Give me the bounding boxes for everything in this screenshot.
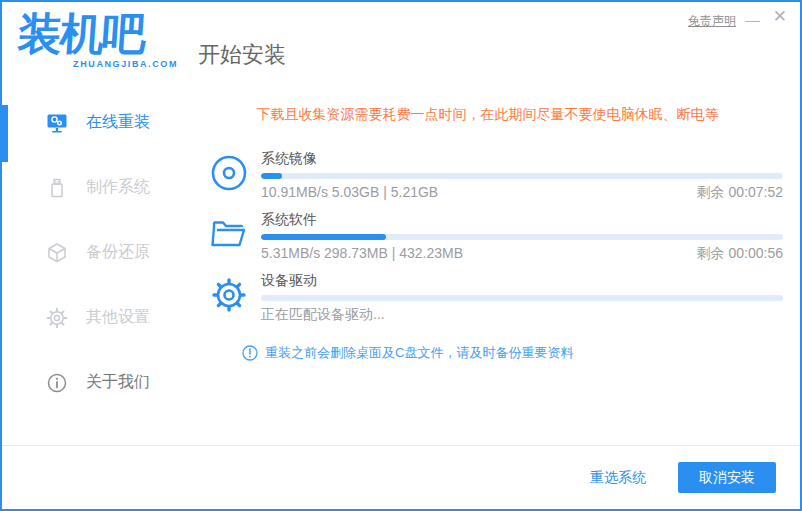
monitor-icon [46,112,68,134]
sidebar: 在线重装 制作系统 备份还原 [2,90,192,445]
page-title: 开始安装 [198,40,286,70]
backup-note-text: 重装之前会删除桌面及C盘文件，请及时备份重要资料 [265,344,573,362]
alert-circle-icon [242,345,258,361]
task-remaining: 剩余 00:00:56 [697,245,783,263]
disclaimer-link[interactable]: 免责声明 [688,13,736,30]
progress-bar [261,234,783,240]
sidebar-item-about-us[interactable]: 关于我们 [2,350,192,415]
close-button[interactable]: ✕ [773,8,787,25]
app-logo: 装机吧 ZHUANGJIBA.COM [18,10,178,69]
sidebar-item-make-system[interactable]: 制作系统 [2,155,192,220]
task-row-system-image: 系统镜像 10.91MB/s 5.03GB | 5.21GB 剩余 00:07:… [210,150,783,202]
task-detail: 正在匹配设备驱动... [261,306,385,324]
task-name: 系统软件 [261,211,783,229]
task-name: 系统镜像 [261,150,783,168]
driver-gear-icon [210,276,248,314]
reselect-system-link[interactable]: 重选系统 [590,469,646,487]
active-indicator [2,105,8,162]
sidebar-item-label: 其他设置 [86,307,150,328]
task-list: 系统镜像 10.91MB/s 5.03GB | 5.21GB 剩余 00:07:… [210,150,783,324]
disc-icon [210,154,248,192]
sidebar-item-label: 关于我们 [86,372,150,393]
progress-bar [261,173,783,179]
titlebar: 装机吧 ZHUANGJIBA.COM 开始安装 免责声明 — ✕ [2,2,800,90]
app-window: 装机吧 ZHUANGJIBA.COM 开始安装 免责声明 — ✕ 在线重装 [0,0,802,511]
task-name: 设备驱动 [261,272,783,290]
main-panel: 下载且收集资源需要耗费一点时间，在此期间尽量不要使电脑休眠、断电等 系统镜像 1… [192,90,783,445]
sidebar-item-backup-restore[interactable]: 备份还原 [2,220,192,285]
progress-fill [261,234,386,240]
task-remaining: 剩余 00:07:52 [697,184,783,202]
sidebar-item-other-settings[interactable]: 其他设置 [2,285,192,350]
cancel-install-button[interactable]: 取消安装 [678,462,776,493]
task-row-device-driver: 设备驱动 正在匹配设备驱动... [210,272,783,324]
task-detail: 5.31MB/s 298.73MB | 432.23MB [261,245,463,263]
logo-text: 装机吧 [16,10,179,58]
minimize-button[interactable]: — [745,12,760,27]
footer-bar: 重选系统 取消安装 [2,445,800,509]
task-row-system-software: 系统软件 5.31MB/s 298.73MB | 432.23MB 剩余 00:… [210,211,783,263]
usb-drive-icon [46,177,68,199]
sidebar-item-label: 备份还原 [86,242,150,263]
sidebar-item-label: 制作系统 [86,177,150,198]
sidebar-item-online-reinstall[interactable]: 在线重装 [2,90,192,155]
folder-icon [210,215,248,253]
download-warning-text: 下载且收集资源需要耗费一点时间，在此期间尽量不要使电脑休眠、断电等 [192,106,783,124]
backup-note: 重装之前会删除桌面及C盘文件，请及时备份重要资料 [242,344,783,362]
backup-box-icon [46,242,68,264]
sidebar-item-label: 在线重装 [86,112,150,133]
logo-domain: ZHUANGJIBA.COM [18,59,178,69]
info-icon [46,372,68,394]
task-detail: 10.91MB/s 5.03GB | 5.21GB [261,184,438,202]
progress-fill [261,173,282,179]
gear-icon [46,307,68,329]
progress-bar [261,295,783,301]
